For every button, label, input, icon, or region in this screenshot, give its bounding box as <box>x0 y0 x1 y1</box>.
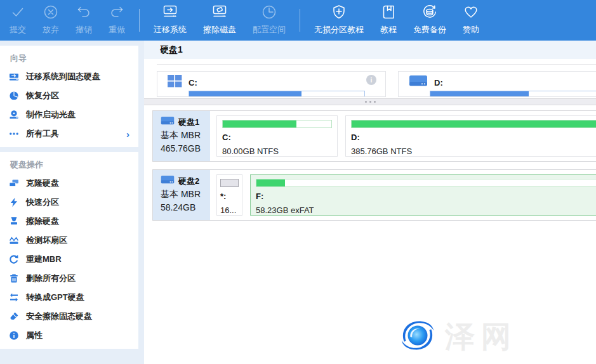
disk-type: 基本 MBR <box>161 130 210 141</box>
tab-disk1[interactable]: 硬盘1 <box>160 44 183 56</box>
eraser-icon <box>9 311 19 322</box>
disk-size: 58.24GB <box>161 202 210 212</box>
toolbar-label: 撤销 <box>76 24 92 36</box>
partition-detail: 16... <box>220 205 239 215</box>
used-space-bar <box>222 120 332 128</box>
partition-overview: C: i D: <box>144 65 596 98</box>
overview-card-c[interactable]: C: i <box>157 71 386 97</box>
watermark-text: 泽网 <box>445 317 517 357</box>
toolbar: 提交 放弃 撤销 重做 迁移系统 擦除磁盘 配置空间 无损分区教程 教程 免费备… <box>0 0 596 41</box>
partition-letter: D: <box>351 133 596 142</box>
drive-letter: D: <box>434 78 443 88</box>
toolbar-separator <box>139 9 140 32</box>
sidebar-item-migrate-os-to-ssd[interactable]: 迁移系统到固态硬盘 <box>0 67 138 86</box>
sidebar-item-check-bad-sectors[interactable]: 检测坏扇区 <box>0 231 138 250</box>
sidebar-item-label: 属性 <box>26 330 43 341</box>
backup-database-icon <box>421 4 438 22</box>
toolbar-label: 赞助 <box>463 24 479 36</box>
drive-letter: C: <box>189 78 197 88</box>
partition-f-selected[interactable]: F: 58.23GB exFAT <box>250 174 596 216</box>
sidebar-item-label: 快速分区 <box>26 197 59 208</box>
watermark-logo-icon <box>398 316 437 358</box>
sidebar-item-label: 克隆硬盘 <box>26 178 59 189</box>
ellipsis-icon <box>9 129 19 139</box>
shield-plus-icon <box>331 4 347 22</box>
sidebar-item-all-tools[interactable]: 所有工具 › <box>0 124 138 143</box>
sidebar-item-make-bootable-media[interactable]: 制作启动光盘 <box>0 105 138 124</box>
sidebar-item-convert-to-gpt[interactable]: 转换成GPT硬盘 <box>0 288 138 307</box>
disk-name: 硬盘1 <box>178 117 199 128</box>
partition-letter: F: <box>256 192 596 201</box>
partition-detail: 80.00GB NTFS <box>222 146 332 156</box>
toolbar-label: 放弃 <box>43 24 59 36</box>
clone-disk-icon <box>9 178 19 188</box>
info-circle-icon <box>9 330 19 341</box>
migrate-system-button[interactable]: 迁移系统 <box>145 0 195 41</box>
sidebar-item-label: 删除所有分区 <box>26 273 76 284</box>
tutorial-button[interactable]: 教程 <box>372 0 405 41</box>
undo-button[interactable]: 撤销 <box>67 0 100 41</box>
partition-letter: C: <box>222 133 332 142</box>
used-space-fill <box>352 120 596 127</box>
disk-tab-bar: 硬盘1 <box>144 41 596 59</box>
sidebar-item-clone-disk[interactable]: 克隆硬盘 <box>0 174 138 193</box>
info-icon[interactable]: i <box>366 75 376 85</box>
redo-icon <box>109 4 125 22</box>
wipe-disk-button[interactable]: 擦除磁盘 <box>195 0 244 41</box>
lightning-icon <box>9 197 19 207</box>
usage-bar <box>430 91 596 97</box>
bootable-disc-icon <box>9 110 19 120</box>
toolbar-label: 提交 <box>10 24 26 36</box>
sidebar-section-disk-operations: 硬盘操作 克隆硬盘 快速分区 擦除硬盘 检测坏扇区 重建MBR <box>0 152 138 349</box>
overview-card-d[interactable]: D: <box>398 71 596 97</box>
disk-row-1: 硬盘1 基本 MBR 465.76GB C: 80.00GB NTFS <box>152 110 596 162</box>
sidebar-item-quick-partition[interactable]: 快速分区 <box>0 193 138 212</box>
disk1-info-cell[interactable]: 硬盘1 基本 MBR 465.76GB <box>153 111 210 161</box>
app-body: 向导 迁移系统到固态硬盘 恢复分区 制作启动光盘 所有工具 › 硬盘操作 <box>0 41 596 364</box>
sidebar-item-label: 迁移系统到固态硬盘 <box>26 71 100 82</box>
sidebar-item-label: 所有工具 <box>26 128 59 140</box>
redo-button[interactable]: 重做 <box>100 0 133 41</box>
sidebar-item-label: 制作启动光盘 <box>26 109 76 120</box>
rebuild-refresh-icon <box>9 254 19 264</box>
sidebar-item-wipe-disk[interactable]: 擦除硬盘 <box>0 212 138 231</box>
sidebar-item-rebuild-mbr[interactable]: 重建MBR <box>0 250 138 269</box>
toolbar-label: 擦除磁盘 <box>203 24 236 36</box>
disk-row-2: 硬盘2 基本 MBR 58.24GB *: 16... <box>152 169 596 221</box>
commit-button[interactable]: 提交 <box>1 0 34 41</box>
toolbar-label: 免费备份 <box>413 24 446 36</box>
sidebar-item-label: 擦除硬盘 <box>26 216 59 227</box>
toolbar-label: 教程 <box>380 24 397 36</box>
partition-c[interactable]: C: 80.00GB NTFS <box>216 115 338 157</box>
partition-tutorial-button[interactable]: 无损分区教程 <box>306 0 372 41</box>
pie-chart-icon <box>9 91 19 101</box>
watermark: 泽网 <box>398 316 517 358</box>
convert-swap-icon <box>9 292 19 302</box>
sidebar-item-secure-erase-ssd[interactable]: 安全擦除固态硬盘 <box>0 307 138 326</box>
disk2-info-cell[interactable]: 硬盘2 基本 MBR 58.24GB <box>153 170 210 220</box>
donate-button[interactable]: 赞助 <box>454 0 487 41</box>
sidebar-item-properties[interactable]: 属性 <box>0 326 138 345</box>
usage-bar-fill <box>189 91 301 97</box>
heart-icon <box>463 4 479 22</box>
sidebar-item-label: 重建MBR <box>26 254 62 265</box>
sidebar-item-label: 恢复分区 <box>26 90 59 101</box>
windows-logo-icon <box>168 75 182 90</box>
partition-d[interactable]: D: 385.76GB NTFS <box>345 115 596 157</box>
splitter-handle[interactable] <box>144 98 596 105</box>
sidebar-item-delete-all-partitions[interactable]: 删除所有分区 <box>0 269 138 288</box>
partition-letter: *: <box>220 192 239 201</box>
sidebar-section-wizard: 向导 迁移系统到固态硬盘 恢复分区 制作启动光盘 所有工具 › <box>0 46 138 147</box>
drive-arrow-icon <box>162 4 178 22</box>
free-backup-button[interactable]: 免费备份 <box>405 0 454 41</box>
sidebar-item-recover-partition[interactable]: 恢复分区 <box>0 86 138 105</box>
sidebar: 向导 迁移系统到固态硬盘 恢复分区 制作启动光盘 所有工具 › 硬盘操作 <box>0 41 138 364</box>
usage-bar-fill <box>430 91 529 97</box>
discard-button[interactable]: 放弃 <box>34 0 67 41</box>
drive-eraser-icon <box>211 4 228 22</box>
used-space-bar <box>256 179 596 187</box>
toolbar-separator <box>300 9 300 32</box>
partition-unallocated[interactable]: *: 16... <box>216 174 242 216</box>
allocate-space-button[interactable]: 配置空间 <box>244 0 294 41</box>
disk-name: 硬盘2 <box>178 176 199 187</box>
